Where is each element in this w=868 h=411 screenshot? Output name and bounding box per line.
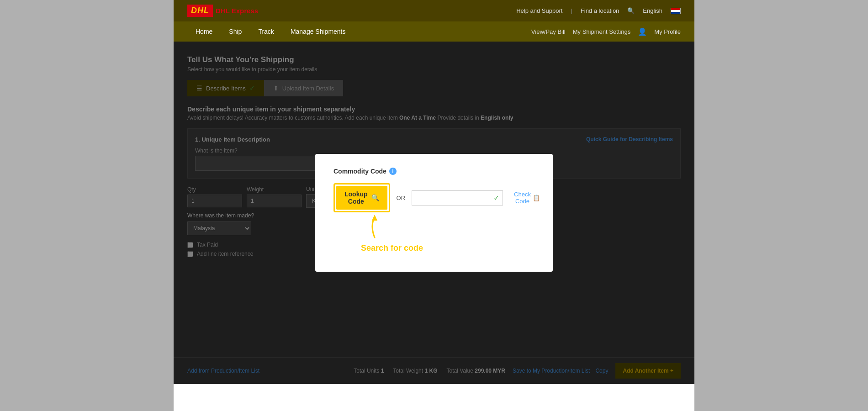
commodity-code-modal: Commodity Code i Lookup Code 🔍 OR ✓ (315, 154, 553, 272)
or-separator: OR (397, 195, 406, 201)
info-icon[interactable]: i (389, 168, 397, 175)
malaysia-flag-icon (671, 8, 681, 14)
svg-marker-0 (372, 215, 377, 221)
dhl-logo: DHL DHL Express (187, 5, 258, 17)
find-location-link[interactable]: Find a location (581, 7, 619, 14)
help-support-link[interactable]: Help and Support (516, 7, 562, 14)
main-nav-right: View/Pay Bill My Shipment Settings 👤 My … (531, 27, 681, 36)
main-nav-items: Home Ship Track Manage Shipments (187, 21, 354, 42)
lookup-code-button[interactable]: Lookup Code 🔍 (336, 186, 387, 210)
dhl-brand-name: DHL Express (216, 7, 258, 15)
language-label: English (643, 7, 662, 14)
annotation-text: Search for code (361, 243, 423, 253)
my-profile-link[interactable]: My Profile (654, 28, 681, 35)
check-code-label: Check Code (514, 191, 531, 205)
nav-manage-shipments[interactable]: Manage Shipments (282, 21, 354, 42)
nav-separator: | (571, 7, 572, 14)
code-input-wrapper: ✓ (412, 190, 503, 206)
dhl-logo-text: DHL (187, 5, 213, 17)
nav-ship[interactable]: Ship (221, 21, 250, 42)
arrow-svg (361, 212, 388, 240)
user-icon: 👤 (638, 27, 647, 36)
top-navigation: DHL DHL Express Help and Support | Find … (174, 0, 694, 21)
lookup-btn-wrapper: Lookup Code 🔍 (333, 183, 390, 212)
annotation-container: Search for code (361, 212, 423, 253)
commodity-code-input[interactable] (412, 190, 503, 206)
top-nav-right: Help and Support | Find a location 🔍 Eng… (516, 7, 681, 14)
content-area: Tell Us What You're Shipping Select how … (174, 42, 694, 384)
commodity-code-label: Commodity Code i (333, 168, 535, 175)
shipment-settings-link[interactable]: My Shipment Settings (573, 28, 630, 35)
top-nav-left: DHL DHL Express (187, 5, 258, 17)
nav-track[interactable]: Track (250, 21, 282, 42)
check-code-button[interactable]: Check Code 📋 (514, 191, 540, 205)
input-check-icon: ✓ (493, 194, 499, 202)
view-pay-bill-link[interactable]: View/Pay Bill (531, 28, 566, 35)
commodity-row: Lookup Code 🔍 OR ✓ Check Code 📋 (333, 183, 535, 212)
check-code-icon: 📋 (533, 195, 540, 201)
annotation-area: Search for code (333, 212, 535, 258)
nav-home[interactable]: Home (187, 21, 221, 42)
main-navigation: Home Ship Track Manage Shipments View/Pa… (174, 21, 694, 42)
lookup-search-icon: 🔍 (371, 194, 379, 201)
lookup-code-label: Lookup Code (344, 190, 368, 205)
modal-overlay: Commodity Code i Lookup Code 🔍 OR ✓ (174, 42, 694, 384)
search-icon[interactable]: 🔍 (627, 7, 635, 14)
